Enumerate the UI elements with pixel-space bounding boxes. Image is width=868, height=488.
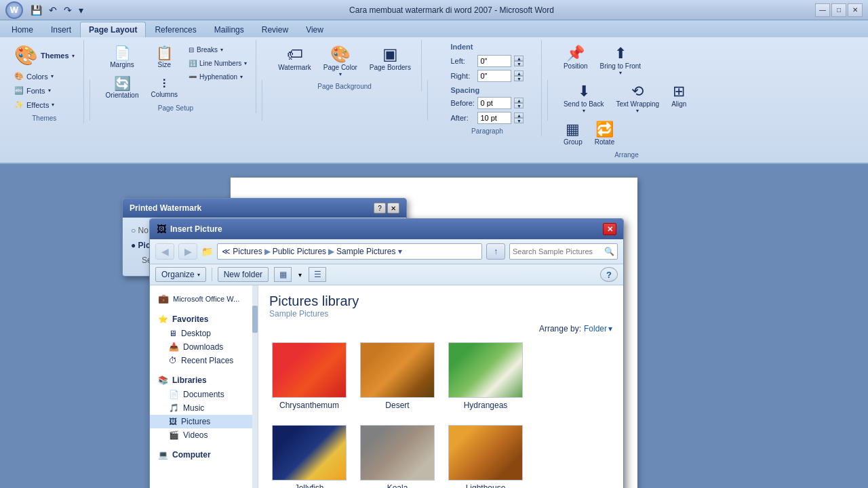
nav-folder-icon[interactable]: 📁 bbox=[201, 246, 213, 257]
themes-btn[interactable]: 🎨 Themes ▾ bbox=[11, 43, 78, 68]
close-btn[interactable]: ✕ bbox=[848, 3, 863, 17]
sidebar-ms-office[interactable]: 💼 Microsoft Office W... bbox=[150, 291, 258, 306]
sidebar-music[interactable]: 🎵 Music bbox=[150, 401, 258, 415]
sidebar-pictures[interactable]: 🖼 Pictures bbox=[150, 415, 258, 428]
send-to-back-btn[interactable]: ⬇ Send to Back ▾ bbox=[559, 81, 608, 116]
videos-icon: 🎬 bbox=[169, 430, 179, 440]
watermark-help-btn[interactable]: ? bbox=[374, 203, 386, 214]
spacing-after-up[interactable]: ▲ bbox=[514, 113, 524, 118]
libraries-icon: 📚 bbox=[158, 375, 168, 385]
file-jellyfish[interactable]: Jellyfish bbox=[269, 422, 349, 488]
line-numbers-btn[interactable]: 🔢 Line Numbers ▾ bbox=[185, 58, 250, 69]
margins-icon: 📄 bbox=[114, 45, 131, 61]
group-btn[interactable]: ▦ Group bbox=[559, 119, 587, 148]
file-chrysanthemum[interactable]: Chrysanthemum bbox=[269, 339, 349, 413]
sidebar-scroll-grip[interactable] bbox=[252, 306, 258, 333]
spacing-before-input[interactable] bbox=[477, 97, 511, 109]
ip-close-btn[interactable]: ✕ bbox=[603, 223, 616, 235]
breadcrumb-dropdown[interactable]: ▾ bbox=[398, 247, 402, 256]
tab-insert[interactable]: Insert bbox=[42, 22, 80, 37]
view-icon-btn[interactable]: ▦ bbox=[274, 267, 292, 282]
sep1 bbox=[90, 80, 90, 121]
effects-btn[interactable]: ✨ Effects ▾ bbox=[11, 98, 58, 111]
save-qat-btn[interactable]: 💾 bbox=[28, 4, 44, 16]
tab-page-layout[interactable]: Page Layout bbox=[80, 22, 146, 37]
arrange-by-value[interactable]: Folder ▾ bbox=[584, 324, 612, 333]
customize-qat-btn[interactable]: ▾ bbox=[77, 4, 85, 16]
indent-left-down[interactable]: ▼ bbox=[514, 61, 524, 66]
spacing-before-label: Before: bbox=[450, 99, 475, 107]
new-folder-btn[interactable]: New folder bbox=[218, 267, 269, 282]
columns-btn[interactable]: ⫶ Columns bbox=[146, 73, 182, 100]
file-desert[interactable]: Desert bbox=[357, 339, 437, 413]
maximize-btn[interactable]: □ bbox=[831, 3, 846, 17]
organize-btn[interactable]: Organize ▾ bbox=[155, 267, 206, 282]
indent-left-label: Left: bbox=[450, 57, 475, 65]
indent-right-input[interactable] bbox=[477, 70, 511, 82]
ip-title-bar: 🖼 Insert Picture ✕ bbox=[150, 219, 623, 239]
nav-forward-btn[interactable]: ▶ bbox=[178, 243, 197, 260]
indent-left-input[interactable] bbox=[477, 55, 511, 67]
tab-mailings[interactable]: Mailings bbox=[205, 22, 253, 37]
sidebar-desktop[interactable]: 🖥 Desktop bbox=[150, 327, 258, 340]
align-btn[interactable]: ⊞ Align bbox=[667, 81, 691, 110]
undo-qat-btn[interactable]: ↶ bbox=[47, 4, 59, 16]
orientation-btn[interactable]: 🔄 Orientation bbox=[101, 73, 144, 101]
themes-arrow: ▾ bbox=[72, 53, 75, 59]
spacing-before-down[interactable]: ▼ bbox=[514, 103, 524, 108]
sep2 bbox=[262, 80, 262, 121]
search-input[interactable] bbox=[513, 247, 604, 256]
documents-icon: 📄 bbox=[169, 390, 179, 399]
colors-btn[interactable]: 🎨 Colors ▾ bbox=[11, 70, 57, 83]
text-wrapping-icon: ⟲ bbox=[631, 83, 644, 100]
minimize-btn[interactable]: — bbox=[815, 3, 830, 17]
indent-left-up[interactable]: ▲ bbox=[514, 56, 524, 61]
page-borders-btn[interactable]: ▣ Page Borders bbox=[365, 43, 416, 73]
file-lighthouse[interactable]: Lighthouse bbox=[446, 422, 526, 488]
themes-icon: 🎨 bbox=[14, 46, 38, 65]
breaks-btn[interactable]: ⊟ Breaks ▾ bbox=[185, 44, 250, 56]
library-title: Pictures library bbox=[269, 293, 612, 309]
sidebar-videos[interactable]: 🎬 Videos bbox=[150, 428, 258, 442]
lighthouse-thumb bbox=[448, 425, 523, 481]
spacing-before-row: Before: ▲ ▼ bbox=[450, 97, 524, 109]
spacing-before-up[interactable]: ▲ bbox=[514, 98, 524, 103]
sidebar-scrollbar[interactable] bbox=[252, 285, 258, 488]
file-hydrangeas[interactable]: Hydrangeas bbox=[446, 339, 526, 413]
tab-view[interactable]: View bbox=[297, 22, 332, 37]
watermark-btn[interactable]: 🏷 Watermark bbox=[273, 43, 316, 73]
page-background-label: Page Background bbox=[268, 83, 421, 90]
page-color-btn[interactable]: 🎨 Page Color ▾ bbox=[319, 43, 362, 79]
breadcrumb-bar[interactable]: ≪ Pictures ▶ Public Pictures ▶ Sample Pi… bbox=[217, 243, 482, 260]
nav-back-btn[interactable]: ◀ bbox=[155, 243, 174, 260]
indent-right-down[interactable]: ▼ bbox=[514, 76, 524, 81]
fonts-btn[interactable]: 🔤 Fonts ▾ bbox=[11, 84, 54, 97]
help-btn[interactable]: ? bbox=[600, 267, 618, 282]
hyphenation-btn[interactable]: ➖ Hyphenation ▾ bbox=[185, 71, 250, 83]
sidebar-recent-places[interactable]: ⏱ Recent Places bbox=[150, 354, 258, 367]
watermark-close-btn[interactable]: ✕ bbox=[387, 203, 399, 214]
tab-review[interactable]: Review bbox=[253, 22, 297, 37]
text-wrapping-btn[interactable]: ⟲ Text Wrapping ▾ bbox=[611, 81, 664, 116]
spacing-after-input[interactable] bbox=[477, 112, 511, 124]
size-btn[interactable]: 📋 Size bbox=[146, 43, 182, 70]
view-list-btn[interactable]: ☰ bbox=[309, 267, 326, 282]
sidebar-documents[interactable]: 📄 Documents bbox=[150, 388, 258, 401]
margins-btn[interactable]: 📄 Margins bbox=[101, 43, 144, 70]
position-btn[interactable]: 📌 Position bbox=[559, 43, 593, 72]
bring-to-front-btn[interactable]: ⬆ Bring to Front ▾ bbox=[595, 43, 646, 78]
rotate-btn[interactable]: 🔁 Rotate bbox=[590, 119, 619, 148]
tab-home[interactable]: Home bbox=[3, 22, 42, 37]
ip-files-area: Pictures library Sample Pictures Arrange… bbox=[258, 285, 623, 488]
watermark-dialog-title-bar: Printed Watermark ? ✕ bbox=[123, 199, 406, 218]
redo-qat-btn[interactable]: ↷ bbox=[62, 4, 74, 16]
sidebar-downloads[interactable]: 📥 Downloads bbox=[150, 340, 258, 354]
nav-up-btn[interactable]: ↑ bbox=[486, 243, 505, 260]
view-down-btn[interactable]: ▾ bbox=[297, 270, 303, 280]
tab-references[interactable]: References bbox=[146, 22, 205, 37]
indent-right-up[interactable]: ▲ bbox=[514, 70, 524, 76]
file-koala[interactable]: Koala bbox=[357, 422, 437, 488]
spacing-after-down[interactable]: ▼ bbox=[514, 118, 524, 123]
page-setup-group: 📄 Margins 🔄 Orientation 📋 Size ⫶ bbox=[96, 40, 257, 113]
office-button[interactable]: W bbox=[5, 1, 23, 19]
